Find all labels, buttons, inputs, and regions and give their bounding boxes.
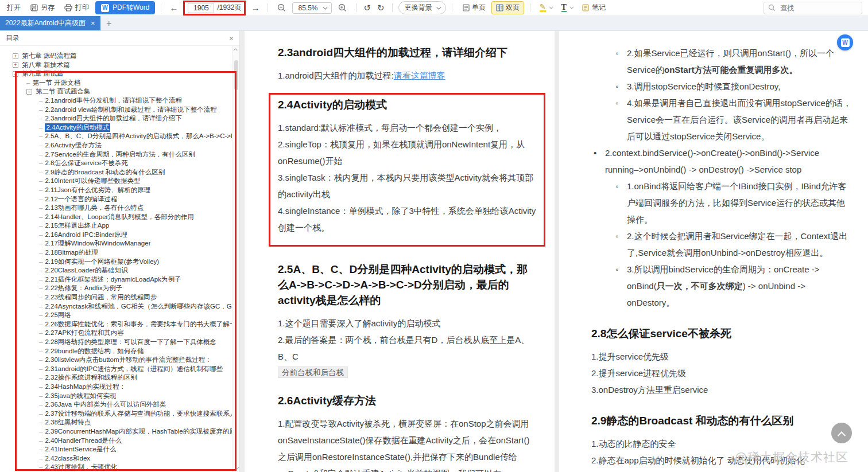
- rotate-left-button[interactable]: ↺: [362, 3, 373, 13]
- toc-item[interactable]: –2.28网络劫持的类型原理：可以百度一下了解一下具体概念: [0, 338, 232, 347]
- toc-item[interactable]: –2.42class和dex: [0, 454, 232, 463]
- toc-item[interactable]: –2.26数据库性能优化：索引和事务，需要找本专门的书大概了解一下: [0, 320, 232, 329]
- notes-button[interactable]: 笔记: [579, 2, 609, 14]
- toc-item[interactable]: –2.3android四大组件的加载过程，请详细介绍下: [0, 114, 232, 123]
- toc-item[interactable]: –2.16Android IPC:Binder原理: [0, 231, 232, 240]
- toc-item[interactable]: –2.40HandlerThread是什么: [0, 436, 232, 446]
- list-item: ◦1.onBind将返回给客户端一个IBind接口实例，IBind允许客户端回调…: [591, 178, 852, 228]
- toc-item[interactable]: –2.14Handler、Looper消息队列模型，各部分的作用: [0, 213, 232, 222]
- toc-item[interactable]: –2.23线程同步的问题，常用的线程同步: [0, 293, 232, 302]
- chevron-down-icon: [436, 5, 441, 9]
- scroll-to-top-button[interactable]: [831, 423, 852, 443]
- toc-item[interactable]: –2.12一个语言的编译过程: [0, 195, 232, 204]
- rotate-right-button[interactable]: ↻: [375, 3, 386, 13]
- toc-item[interactable]: –2.5A、B、C、D分别是四种Activity的启动模式，那么A->B->C-…: [0, 132, 232, 141]
- toc-item[interactable]: –2.29bundle的数据结构，如何存储: [0, 347, 232, 356]
- expand-icon[interactable]: +: [13, 53, 18, 59]
- new-tab-button[interactable]: +: [100, 16, 118, 30]
- toc-item[interactable]: –2.6Activity缓存方法: [0, 141, 232, 150]
- toc-item[interactable]: –2.34HashMap的实现过程：: [0, 383, 232, 392]
- toc-item[interactable]: –2.41IntentService是什么: [0, 445, 232, 454]
- tree-tick: –: [39, 418, 42, 427]
- toc-item[interactable]: −第二节 面试题合集: [0, 87, 232, 96]
- toc-item-label: 第二节 面试题合集: [36, 87, 90, 96]
- expand-icon[interactable]: +: [13, 62, 18, 68]
- toc-item[interactable]: –2.1android事件分发机制，请详细说下整个流程: [0, 96, 232, 106]
- save-as-button[interactable]: 另存: [27, 2, 58, 14]
- toc-close-icon[interactable]: ×: [229, 34, 234, 43]
- toc-item-label: 2.21插件化框架描述：dynamicLoadApk为例子: [45, 275, 181, 284]
- sidebar-scrollbar[interactable]: [232, 46, 239, 472]
- toc-item[interactable]: –2.10Intent可以传递哪些数据类型: [0, 177, 232, 186]
- toc-item-label: 2.22热修复：Andfix为例子: [45, 284, 122, 293]
- scrollbar-thumb[interactable]: [234, 60, 238, 90]
- toc-item[interactable]: –2.27APK打包流程和其内容: [0, 329, 232, 338]
- toc-item[interactable]: –2.36Java 中内部类为什么可以访问外部类: [0, 400, 232, 409]
- toc-item[interactable]: –2.37设计移动端的联系人存储与查询的功能，要求快速搜索联系人，可以用到哪: [0, 409, 232, 419]
- toc-item[interactable]: –2.35java的线程如何实现: [0, 392, 232, 401]
- change-background-dropdown[interactable]: 更换背景: [398, 1, 446, 14]
- toc-item-label: 2.7Service的生命周期，两种启动方法，有什么区别: [45, 150, 195, 159]
- prev-page-button[interactable]: ←: [167, 3, 180, 13]
- doc-paragraph: 1.standard:默认标准模式，每启动一个都会创建一个实例，2.single…: [278, 119, 536, 236]
- blog-link[interactable]: 请看这篇博客: [394, 71, 445, 80]
- toc-item[interactable]: –2.15怎样退出终止App: [0, 221, 232, 231]
- toc-item[interactable]: –2.20ClassLoader的基础知识: [0, 266, 232, 275]
- toc-item[interactable]: –2.39ConcurrentHashMap内部实现，HashTable的实现被…: [0, 427, 232, 436]
- toc-item[interactable]: +第八章 新技术篇: [0, 61, 232, 70]
- open-button[interactable]: 打开: [3, 2, 24, 14]
- toc-item[interactable]: –2.13动画有哪几类，各有什么特点: [0, 204, 232, 213]
- toc-item[interactable]: –2.17理解Window和WindowManager: [0, 239, 232, 248]
- toc-item[interactable]: –2.2android view绘制机制和加载过程，请详细说下整个流程: [0, 106, 232, 115]
- toc-item[interactable]: –2.25网络: [0, 311, 232, 320]
- printer-icon: [64, 4, 72, 11]
- toc-item[interactable]: –2.11Json有什么优劣势、解析的原理: [0, 186, 232, 195]
- toc-item[interactable]: –2.7Service的生命周期，两种启动方法，有什么区别: [0, 150, 232, 159]
- toc-item[interactable]: –第一节 开源文档: [0, 79, 232, 88]
- toc-item[interactable]: –2.22热修复：Andfix为例子: [0, 284, 232, 293]
- toc-item[interactable]: –2.18Bitmap的处理: [0, 248, 232, 258]
- page-number-input[interactable]: [188, 3, 214, 13]
- pdf-to-word-button[interactable]: W PDF转Word: [95, 1, 155, 14]
- toc-item[interactable]: –2.21插件化框架描述：dynamicLoadApk为例子: [0, 275, 232, 284]
- double-page-button[interactable]: 双页: [491, 1, 524, 14]
- collapse-icon[interactable]: −: [13, 71, 18, 77]
- zoom-level-dropdown[interactable]: 85.5%: [292, 2, 331, 14]
- single-page-button[interactable]: 单页: [458, 1, 490, 14]
- toc-item-label: 2.5A、B、C、D分别是四种Activity的启动模式，那么A->B->C->…: [45, 132, 232, 141]
- next-page-button[interactable]: →: [249, 3, 262, 13]
- tree-tick: –: [39, 123, 42, 132]
- divider: [530, 3, 530, 12]
- toc-item-label: 2.32操作系统进程和线程的区别: [45, 373, 137, 383]
- tree-tick: –: [39, 132, 42, 141]
- text-tool-button[interactable]: T: [558, 2, 576, 13]
- document-tab[interactable]: 2022最新Android中高级面试题 ×: [0, 16, 100, 30]
- print-button[interactable]: 打印: [61, 2, 92, 14]
- toc-item[interactable]: +第七章 源码流程篇: [0, 52, 232, 61]
- toc-item[interactable]: –2.24Asynctask和线程池，GC相关（怎么判断哪些内存该GC，GC算法…: [0, 302, 232, 311]
- toc-item[interactable]: –2.38红黑树特点: [0, 418, 232, 427]
- toc-item[interactable]: –2.8怎么保证service不被杀死: [0, 159, 232, 168]
- tab-close-icon[interactable]: ×: [91, 19, 95, 28]
- toc-item[interactable]: –2.9静态的Broadcast 和动态的有什么区别: [0, 168, 232, 177]
- toc-item[interactable]: −第九章 面试篇: [0, 69, 232, 79]
- toc-item-label: 2.13动画有哪几类，各有什么特点: [45, 204, 144, 213]
- toc-item[interactable]: –2.19如何实现一个网络框架(参考Volley): [0, 258, 232, 267]
- search-input[interactable]: [778, 4, 862, 12]
- page-total-label: /1932页: [217, 3, 241, 13]
- pdf-to-word-floating-button[interactable]: W: [837, 34, 853, 50]
- highlighter-tool-button[interactable]: ✎: [536, 2, 555, 13]
- toc-item-label: 2.11Json有什么优劣势、解析的原理: [45, 186, 150, 195]
- text-run: 4.如果是调用者自己直接退出而没有调用stopService的话，Service…: [627, 98, 851, 141]
- toc-item[interactable]: –2.30listview内点击buttom并移动的事件流完整拦截过程：: [0, 356, 232, 365]
- toc-item[interactable]: –2.31android的IPC通信方式，线程（进程间）通信机制有哪些: [0, 365, 232, 374]
- zoom-in-button[interactable]: [335, 2, 350, 13]
- toc-item[interactable]: –2.43过度绘制，卡顿优化: [0, 463, 232, 472]
- scroll-up-icon[interactable]: [233, 48, 237, 52]
- scroll-down-icon[interactable]: [235, 466, 239, 470]
- tree-tick: –: [39, 275, 42, 284]
- toc-item[interactable]: –2.4Activity的启动模式: [0, 123, 232, 132]
- zoom-out-button[interactable]: [274, 2, 289, 13]
- toc-item[interactable]: –2.32操作系统进程和线程的区别: [0, 373, 232, 383]
- collapse-icon[interactable]: −: [26, 89, 32, 95]
